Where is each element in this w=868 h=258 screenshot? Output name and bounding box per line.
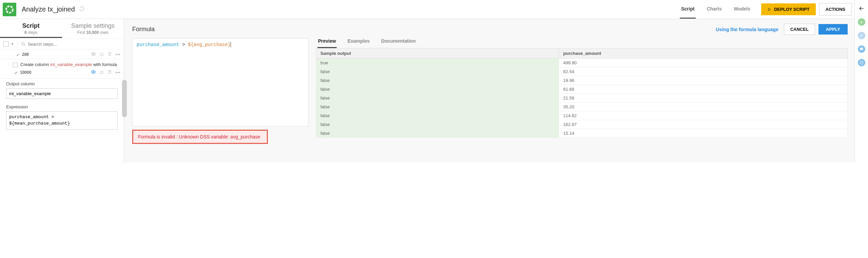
app-logo[interactable]	[3, 3, 16, 16]
table-row: false114.62	[316, 111, 848, 120]
svg-line-2	[24, 45, 25, 46]
trash-icon[interactable]	[107, 52, 112, 57]
tab-examples[interactable]: Examples	[347, 38, 370, 48]
left-tab-sample[interactable]: Sample settings First 10,000 rows	[62, 19, 124, 39]
step-count: 10000	[14, 70, 31, 75]
output-column-label: Output column	[6, 81, 118, 86]
step-item-active[interactable]: ⋮⋮ Create column int_variable_example wi…	[0, 59, 124, 79]
expression-input[interactable]: purchase_amount > ${mean_purchase_amount…	[6, 111, 118, 130]
tab-documentation[interactable]: Documentation	[380, 38, 416, 48]
step-item[interactable]: 289 •••	[0, 49, 124, 59]
back-arrow-icon[interactable]	[858, 5, 865, 12]
output-column-input[interactable]	[6, 88, 118, 99]
resize-handle[interactable]	[122, 80, 127, 117]
logo-icon	[5, 5, 14, 14]
svg-point-0	[6, 6, 13, 13]
svg-point-4	[93, 71, 94, 73]
preview-tabs: Preview Examples Documentation	[316, 38, 848, 48]
page-title: Analyze tx_joined	[22, 5, 75, 13]
pencil-icon	[16, 53, 20, 57]
select-all-checkbox[interactable]	[3, 41, 9, 47]
col-purchase-amount: purchase_amount	[559, 48, 848, 59]
table-row: false21.56	[316, 94, 848, 103]
table-row: false61.68	[316, 85, 848, 94]
app-header: Analyze tx_joined Script Charts Models D…	[0, 0, 854, 19]
left-panel: Script 6 steps Sample settings First 10,…	[0, 19, 124, 163]
step-checkbox[interactable]	[13, 63, 18, 67]
left-tab-script[interactable]: Script 6 steps	[0, 19, 62, 39]
header-tabs: Script Charts Models	[680, 0, 752, 19]
formula-title: Formula	[132, 26, 155, 33]
table-row: false35.20	[316, 103, 848, 111]
search-input[interactable]	[28, 42, 120, 47]
deploy-button[interactable]: DEPLOY SCRIPT	[761, 3, 816, 15]
table-row: false162.87	[316, 120, 848, 129]
power-icon[interactable]	[99, 52, 104, 58]
col-sample-output: Sample output	[316, 48, 559, 59]
table-row: false82.54	[316, 67, 848, 76]
formula-help-link[interactable]: Using the formula language	[716, 27, 778, 32]
main-panel: Formula Using the formula language CANCE…	[124, 19, 854, 163]
steps-toolbar: ▼	[0, 39, 124, 49]
search-icon	[21, 42, 26, 46]
tab-preview[interactable]: Preview	[317, 38, 337, 48]
chat-icon[interactable]	[858, 45, 865, 53]
preview-table: Sample output purchase_amount true499.80…	[316, 48, 848, 138]
eye-icon[interactable]	[91, 69, 96, 76]
table-row: false19.96	[316, 76, 848, 85]
add-icon[interactable]: +	[858, 18, 865, 26]
svg-point-1	[22, 42, 24, 45]
tab-models[interactable]: Models	[733, 0, 752, 19]
drag-handle-icon[interactable]: ⋮⋮	[3, 62, 10, 67]
play-icon	[767, 7, 771, 12]
expression-label: Expression	[6, 104, 118, 109]
svg-point-3	[93, 53, 94, 55]
tab-script[interactable]: Script	[680, 0, 696, 19]
pencil-icon	[14, 71, 18, 74]
info-icon[interactable]: i	[858, 32, 865, 39]
table-row: true499.80	[316, 59, 848, 67]
more-icon[interactable]: •••	[115, 70, 120, 75]
history-icon[interactable]	[858, 59, 865, 66]
search-steps[interactable]	[21, 42, 120, 47]
more-icon[interactable]: •••	[115, 52, 120, 57]
power-icon[interactable]	[99, 70, 104, 76]
chevron-down-icon[interactable]: ▼	[11, 42, 14, 46]
step-description: Create column int_variable_example with …	[20, 62, 117, 67]
tab-charts[interactable]: Charts	[705, 0, 723, 19]
eye-icon[interactable]	[91, 51, 96, 58]
cancel-button[interactable]: CANCEL	[784, 24, 815, 35]
trash-icon[interactable]	[107, 70, 112, 75]
refresh-icon[interactable]	[79, 6, 84, 13]
formula-editor[interactable]: purchase_amount > ${avg_purchase}	[132, 38, 309, 126]
formula-error: Formula is invalid : Unknown DSS variabl…	[132, 130, 268, 144]
actions-button[interactable]: ACTIONS	[819, 3, 852, 16]
apply-button[interactable]: APPLY	[818, 24, 848, 35]
step-count: 289	[5, 52, 29, 57]
right-rail: + i	[854, 0, 868, 163]
table-row: false15.14	[316, 129, 848, 138]
